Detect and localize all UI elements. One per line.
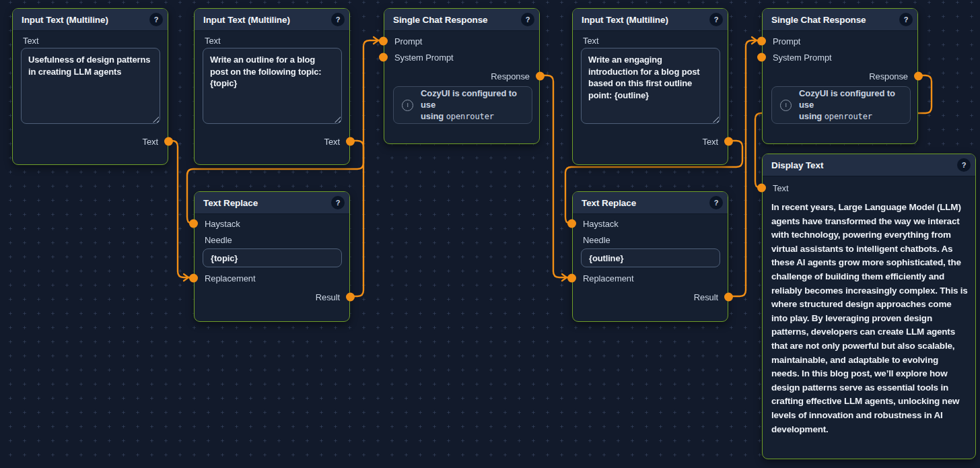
input-port-row: Replacement	[195, 273, 349, 283]
output-port-row: Result	[573, 292, 728, 302]
node-text-replace-2[interactable]: Text Replace ? Haystack Needle {outline}…	[572, 191, 728, 322]
help-icon[interactable]: ?	[957, 158, 971, 172]
notice-line1: CozyUI is configured to use	[421, 88, 517, 110]
port-label-replacement: Replacement	[583, 273, 634, 283]
help-icon[interactable]: ?	[331, 196, 345, 209]
wire-text-replace-2.result-to-single-chat-2.prompt	[727, 40, 762, 296]
port-label-prompt: Prompt	[394, 36, 422, 46]
input-port-row: Replacement	[573, 273, 728, 283]
node-header[interactable]: Single Chat Response ?	[763, 9, 917, 31]
node-title: Single Chat Response	[393, 15, 521, 25]
input-port-row: Prompt	[384, 36, 539, 46]
node-title: Input Text (Multiline)	[22, 15, 149, 25]
port-dot-prompt[interactable]	[757, 37, 766, 46]
node-single-chat-2[interactable]: Single Chat Response ? Prompt System Pro…	[762, 8, 918, 144]
node-text-replace-1[interactable]: Text Replace ? Haystack Needle {topic} R…	[194, 191, 350, 322]
needle-value-input[interactable]: {outline}	[581, 248, 720, 267]
help-icon[interactable]: ?	[709, 196, 723, 209]
node-editor-canvas[interactable]: Input Text (Multiline) ? Text Usefulness…	[0, 0, 980, 468]
port-label-haystack: Haystack	[583, 219, 619, 229]
port-dot-result[interactable]	[724, 293, 733, 302]
output-port-row: Text	[573, 136, 728, 147]
output-port-row: Text	[13, 136, 168, 147]
text-widget-label: Text	[583, 36, 598, 46]
widget-label-row: Text	[573, 35, 728, 46]
port-dot-response[interactable]	[536, 72, 545, 81]
info-icon	[780, 100, 792, 111]
port-dot-replacement[interactable]	[567, 274, 576, 283]
notice-line2: using	[799, 111, 825, 121]
node-single-chat-1[interactable]: Single Chat Response ? Prompt System Pro…	[384, 8, 540, 144]
node-header[interactable]: Input Text (Multiline) ?	[573, 9, 728, 31]
port-label-haystack: Haystack	[205, 219, 240, 229]
widget-label-row: Needle	[195, 234, 349, 245]
text-value-input[interactable]: Usefulness of design patterns in creatin…	[21, 48, 160, 124]
model-notice: CozyUI is configured to use using openro…	[393, 86, 532, 124]
port-dot-text-output[interactable]	[346, 137, 355, 146]
port-label-system-prompt: System Prompt	[394, 53, 454, 63]
node-header[interactable]: Text Replace ?	[195, 192, 349, 214]
help-icon[interactable]: ?	[149, 13, 163, 26]
needle-label: Needle	[205, 235, 232, 245]
needle-value-input[interactable]: {topic}	[203, 248, 342, 267]
input-port-row: System Prompt	[384, 52, 539, 63]
port-label-text: Text	[773, 183, 788, 193]
input-port-row: Prompt	[763, 36, 917, 46]
node-title: Single Chat Response	[771, 15, 899, 25]
input-port-row: Text	[763, 182, 975, 193]
port-dot-haystack[interactable]	[567, 220, 576, 228]
node-title: Input Text (Multiline)	[582, 15, 709, 25]
needle-label: Needle	[583, 235, 610, 245]
node-title: Display Text	[771, 160, 957, 170]
node-header[interactable]: Display Text ?	[763, 154, 975, 176]
port-label-result: Result	[694, 292, 718, 302]
wire-input-1.text-to-text-replace-1.replacement	[167, 141, 194, 277]
port-dot-response[interactable]	[914, 72, 923, 81]
input-port-row: Haystack	[573, 218, 728, 229]
node-input-text-2[interactable]: Input Text (Multiline) ? Text Write an o…	[194, 8, 350, 165]
text-value-input[interactable]: Write an engaging introduction for a blo…	[581, 48, 720, 124]
node-input-text-1[interactable]: Input Text (Multiline) ? Text Usefulness…	[12, 8, 168, 165]
port-label-replacement: Replacement	[205, 273, 256, 283]
text-widget-label: Text	[23, 36, 38, 46]
port-dot-system-prompt[interactable]	[379, 53, 388, 62]
notice-line2: using	[421, 111, 446, 121]
node-header[interactable]: Input Text (Multiline) ?	[195, 9, 349, 31]
help-icon[interactable]: ?	[521, 13, 534, 26]
node-header[interactable]: Input Text (Multiline) ?	[13, 9, 168, 31]
input-port-row: System Prompt	[763, 52, 917, 63]
port-label-result: Result	[316, 292, 340, 302]
notice-model-code: openrouter	[825, 112, 872, 121]
help-icon[interactable]: ?	[709, 13, 723, 26]
port-dot-haystack[interactable]	[189, 220, 198, 228]
node-display-text[interactable]: Display Text ? Text In recent years, Lar…	[762, 154, 976, 459]
node-title: Text Replace	[203, 198, 331, 208]
notice-model-code: openrouter	[446, 112, 494, 121]
port-label-text: Text	[324, 137, 340, 147]
port-dot-text-input[interactable]	[757, 184, 766, 193]
port-label-response: Response	[869, 71, 908, 81]
output-port-row: Response	[384, 71, 539, 81]
display-text-content: In recent years, Large Language Model (L…	[771, 201, 968, 436]
node-header[interactable]: Text Replace ?	[573, 192, 728, 214]
node-title: Input Text (Multiline)	[203, 15, 331, 25]
port-dot-prompt[interactable]	[379, 37, 388, 46]
output-port-row: Result	[195, 292, 349, 302]
port-dot-text-output[interactable]	[164, 137, 173, 146]
port-label-system-prompt: System Prompt	[773, 53, 832, 63]
widget-label-row: Text	[195, 35, 349, 46]
help-icon[interactable]: ?	[899, 13, 913, 26]
port-label-response: Response	[491, 71, 530, 81]
port-dot-system-prompt[interactable]	[757, 53, 766, 62]
model-notice: CozyUI is configured to use using openro…	[771, 86, 911, 124]
port-dot-replacement[interactable]	[189, 274, 198, 283]
node-header[interactable]: Single Chat Response ?	[384, 9, 539, 31]
port-dot-result[interactable]	[346, 293, 355, 302]
port-dot-text-output[interactable]	[724, 137, 733, 146]
output-port-row: Response	[763, 71, 917, 81]
text-value-input[interactable]: Write an outline for a blog post on the …	[203, 48, 342, 124]
node-input-text-3[interactable]: Input Text (Multiline) ? Text Write an e…	[572, 8, 728, 165]
widget-label-row: Text	[13, 35, 168, 46]
help-icon[interactable]: ?	[331, 13, 345, 26]
port-label-text: Text	[703, 137, 718, 147]
